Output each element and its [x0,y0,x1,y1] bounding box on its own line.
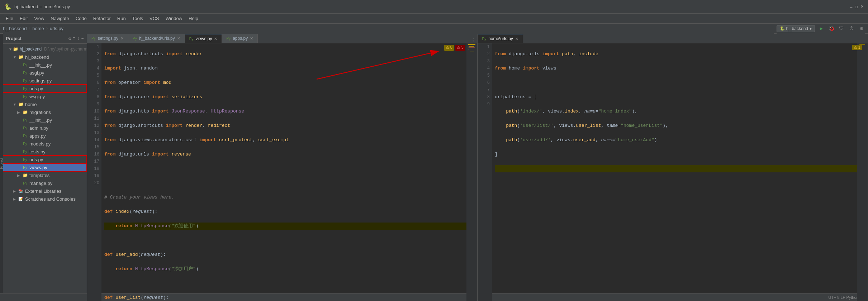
tab-home-urls[interactable]: Py home\urls.py ✕ [478,34,523,43]
left-editor-pane: ⚠ 8 ⚠ 3 ⋮ 1234 5678 9101112 13141516 171… [87,43,478,301]
menu-bar: File Edit View Navigate Code Refactor Ru… [0,14,868,24]
tree-label-init-home: __init__.py [29,118,52,123]
breadcrumb-project[interactable]: hj_backend [3,26,27,31]
project-sort-icon[interactable]: ↕ [77,36,80,42]
tab-settings-label: settings.py [98,36,118,41]
run-config[interactable]: 🐍 hj_backend ▾ [777,25,815,32]
breadcrumb: hj_backend › home › urls.py [3,24,774,34]
tree-label-migrations: migrations [29,110,51,115]
project-settings-icon[interactable]: ⚙ [68,36,71,42]
run-button[interactable]: ▶ [818,25,825,32]
tree-item-urls-hj[interactable]: Py urls.py [3,85,87,92]
menu-edit[interactable]: Edit [17,15,30,22]
project-panel: Project ⚙ ≡ ↕ – ▼ 📁 hj_backend D:\my\pyt… [3,34,87,293]
tree-item-scratches[interactable]: ▶ 📝 Scratches and Consoles [3,195,87,203]
menu-window[interactable]: Window [163,15,185,22]
title-bar-title: hj_backend – home\urls.py [14,4,70,9]
left-line-numbers: 1234 5678 9101112 13141516 17181920 [87,43,101,301]
menu-code[interactable]: Code [73,15,90,22]
tree-item-views[interactable]: Py views.py [3,163,87,171]
tab-hj-urls[interactable]: Py hj_backend\urls.py ✕ [128,34,185,43]
run-config-label: hj_backend [786,26,808,31]
tree-item-urls-home[interactable]: Py urls.py [3,156,87,163]
tree-item-admin[interactable]: Py admin.py [3,124,87,132]
tab-hj-urls-label: hj_backend\urls.py [139,36,175,41]
tree-item-migrations[interactable]: ▶ 📁 migrations [3,108,87,116]
menu-refactor[interactable]: Refactor [90,15,114,22]
editor-area: Py settings.py ✕ Py hj_backend\urls.py ✕… [87,34,868,293]
tree-item-manage[interactable]: Py manage.py [3,179,87,187]
tab-views[interactable]: Py views.py ✕ [185,34,222,43]
tree-label-asgi: asgi.py [29,70,44,76]
tree-item-wsgi[interactable]: Py wsgi.py [3,92,87,100]
tree-item-tests[interactable]: Py tests.py [3,148,87,156]
tree-item-models[interactable]: Py models.py [3,140,87,148]
tree-label-home: home [25,102,37,107]
breadcrumb-folder[interactable]: home [32,26,44,31]
tree-item-init-home[interactable]: Py __init__.py [3,116,87,124]
tree-label-ext-libs: External Libraries [25,188,61,194]
tree-label-manage: manage.py [29,181,52,186]
menu-run[interactable]: Run [114,15,129,22]
tree-item-settings[interactable]: Py settings.py [3,77,87,85]
tree-label-scratches: Scratches and Consoles [25,196,76,202]
project-label: Project [6,36,22,41]
menu-file[interactable]: File [3,15,16,22]
tree-item-templates[interactable]: ▶ 📁 templates [3,171,87,179]
tab-home-urls-label: home\urls.py [488,36,513,41]
tree-label-settings: settings.py [29,78,52,83]
tab-settings[interactable]: Py settings.py ✕ [87,34,128,43]
warning-yellow: ⚠ 8 [444,45,454,51]
tree-item-apps[interactable]: Py apps.py [3,132,87,140]
left-code-area[interactable]: 1234 5678 9101112 13141516 17181920 from… [87,43,477,301]
coverage-button[interactable]: 🛡 [838,25,845,32]
project-collapse-icon[interactable]: ≡ [73,36,76,42]
maximize-button[interactable]: □ [855,5,858,9]
menu-tools[interactable]: Tools [129,15,146,22]
tab-apps-label: apps.py [233,36,248,41]
tree-label-root: hj_backend D:\my\python-pycharm [20,47,87,52]
tab-settings-close[interactable]: ✕ [120,36,124,41]
tab-home-urls-close[interactable]: ✕ [515,37,518,41]
tree-label-models: models.py [29,141,51,147]
left-minimap[interactable] [466,43,477,301]
profile-button[interactable]: ⏱ [848,25,855,32]
menu-vcs[interactable]: VCS [147,15,162,22]
project-tree: ▼ 📁 hj_backend D:\my\python-pycharm ▼ 📁 … [3,44,87,293]
tree-item-ext-libs[interactable]: ▶ 📚 External Libraries [3,187,87,195]
tab-hj-urls-close[interactable]: ✕ [177,36,180,41]
tree-item-init-hj[interactable]: Py __init__.py [3,61,87,69]
tree-item-hj-backend[interactable]: ▼ 📁 hj_backend [3,53,87,61]
tree-label-urls-home: urls.py [29,157,43,162]
tree-item-asgi[interactable]: Py asgi.py [3,69,87,77]
tree-label-init-hj: __init__.py [29,62,52,68]
menu-view[interactable]: View [31,15,47,22]
left-code-content[interactable]: from django.shortcuts import render impo… [101,43,466,301]
tree-label-templates: templates [29,173,49,178]
right-warning-yellow: ⚠ 1 [852,45,862,50]
right-code-area[interactable]: 1234 5678 9 from django.urls import path… [478,43,868,301]
more-button[interactable]: ⚙ [858,25,865,32]
right-code-content[interactable]: from django.urls import path, include fr… [492,43,857,301]
pane-menu-icon[interactable]: ⋮ [466,45,471,51]
title-bar: 🐍 hj_backend – home\urls.py – □ ✕ [0,0,868,14]
tree-label-apps: apps.py [29,133,46,139]
tab-apps[interactable]: Py apps.py ✕ [222,34,258,43]
minimize-button[interactable]: – [850,5,852,9]
tree-label-hj-backend: hj_backend [25,54,49,60]
menu-help[interactable]: Help [186,15,201,22]
tab-apps-close[interactable]: ✕ [250,36,253,41]
debug-button[interactable]: 🐞 [828,25,835,32]
project-panel-header: Project ⚙ ≡ ↕ – [3,34,87,44]
tree-item-root[interactable]: ▼ 📁 hj_backend D:\my\python-pycharm [3,45,87,53]
breadcrumb-file[interactable]: urls.py [50,26,63,31]
project-close-icon[interactable]: – [81,36,84,42]
tab-views-close[interactable]: ✕ [214,37,217,41]
tree-item-home[interactable]: ▼ 📁 home [3,100,87,108]
menu-navigate[interactable]: Navigate [48,15,72,22]
close-button[interactable]: ✕ [860,4,864,9]
tab-more-button[interactable]: ⋮ [471,37,476,43]
arrow-indicator-left: → [99,131,101,137]
right-minimap[interactable] [857,43,868,301]
run-config-dropdown[interactable]: ▾ [810,26,812,31]
